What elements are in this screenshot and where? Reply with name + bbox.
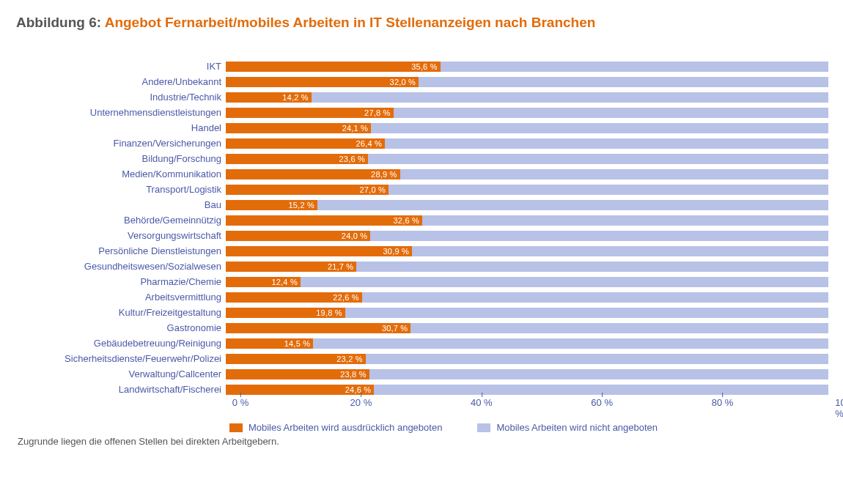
bar-row: Versorgungswirtschaft24,0 % — [59, 228, 828, 243]
category-label: Handel — [59, 123, 226, 133]
legend-item-not-offered: Mobiles Arbeiten wird nicht angeboten — [477, 422, 658, 433]
axis-tick: 80 % — [712, 397, 734, 408]
category-label: IKT — [59, 62, 226, 71]
bar-track: 24,0 % — [226, 231, 828, 241]
bar-row: Arbeitsvermittlung22,6 % — [59, 289, 828, 305]
bar-row: Verwaltung/Callcenter23,8 % — [59, 366, 828, 382]
bar-segment-offered: 24,0 % — [226, 231, 370, 241]
category-label: Bildung/Forschung — [59, 154, 226, 163]
bar-value-label: 27,8 % — [364, 108, 390, 117]
bar-track: 27,8 % — [226, 108, 828, 118]
bar-value-label: 26,4 % — [356, 139, 382, 148]
axis-tick: 40 % — [471, 397, 493, 408]
bar-track: 19,8 % — [226, 308, 828, 318]
category-label: Transport/Logistik — [59, 185, 226, 194]
bar-value-label: 23,8 % — [340, 370, 366, 379]
bar-track: 30,7 % — [226, 323, 828, 333]
bar-row: Kultur/Freizeitgestaltung19,8 % — [59, 305, 828, 320]
bar-value-label: 15,2 % — [288, 201, 314, 210]
bar-segment-offered: 27,0 % — [226, 185, 389, 195]
bar-track: 24,1 % — [226, 123, 828, 133]
bar-row: IKT35,6 % — [59, 59, 828, 74]
legend-item-offered: Mobiles Arbeiten wird ausdrücklich angeb… — [229, 422, 443, 433]
bar-segment-offered: 15,2 % — [226, 200, 317, 210]
category-label: Behörde/Gemeinnützig — [59, 215, 226, 225]
category-label: Industrie/Technik — [59, 92, 226, 102]
bar-row: Sicherheitsdienste/Feuerwehr/Polizei23,2… — [59, 351, 828, 366]
category-label: Arbeitsvermittlung — [59, 292, 226, 302]
bar-track: 15,2 % — [226, 200, 828, 210]
x-axis: 0 %20 %40 %60 %80 %100 % — [240, 397, 843, 418]
bar-value-label: 30,7 % — [382, 324, 408, 333]
bar-track: 22,6 % — [226, 292, 828, 303]
bar-track: 14,2 % — [226, 92, 828, 103]
axis-tick-label: 40 % — [471, 397, 493, 408]
category-label: Gesundheitswesen/Sozialwesen — [59, 262, 226, 271]
bar-row: Gebäudebetreuung/Reinigung14,5 % — [59, 336, 828, 351]
bar-segment-offered: 23,6 % — [226, 154, 368, 164]
axis-tick-label: 20 % — [350, 397, 372, 408]
bar-segment-offered: 30,7 % — [226, 323, 411, 333]
bar-value-label: 23,2 % — [336, 355, 362, 363]
bar-value-label: 23,6 % — [339, 155, 365, 163]
bar-segment-offered: 19,8 % — [226, 308, 345, 318]
axis-tick: 100 % — [835, 397, 843, 419]
bar-segment-offered: 14,2 % — [226, 92, 312, 103]
bar-row: Transport/Logistik27,0 % — [59, 182, 828, 197]
bar-track: 32,6 % — [226, 215, 828, 226]
bar-segment-offered: 24,1 % — [226, 123, 371, 133]
bar-row: Industrie/Technik14,2 % — [59, 89, 828, 105]
bar-row: Handel24,1 % — [59, 120, 828, 136]
bar-segment-offered: 21,7 % — [226, 262, 356, 272]
bar-value-label: 24,1 % — [342, 124, 368, 133]
axis-tick-label: 0 % — [232, 397, 249, 408]
axis-tick: 0 % — [232, 397, 249, 408]
bar-row: Medien/Kommunikation28,9 % — [59, 166, 828, 182]
bar-value-label: 28,9 % — [371, 170, 397, 179]
legend-label-offered: Mobiles Arbeiten wird ausdrücklich angeb… — [249, 422, 443, 433]
category-label: Kultur/Freizeitgestaltung — [59, 308, 226, 317]
bar-segment-offered: 27,8 % — [226, 108, 394, 118]
bar-segment-offered: 23,8 % — [226, 369, 369, 379]
title-main: Angebot Fernarbeit/mobiles Arbeiten in I… — [105, 15, 596, 30]
bar-value-label: 32,6 % — [394, 216, 419, 225]
bar-value-label: 14,2 % — [282, 93, 308, 102]
bar-row: Gastronomie30,7 % — [59, 320, 828, 336]
bar-segment-offered: 14,5 % — [226, 338, 313, 349]
bar-value-label: 30,9 % — [383, 247, 409, 256]
bar-track: 26,4 % — [226, 138, 828, 149]
bar-track: 28,9 % — [226, 169, 828, 179]
bar-row: Landwirtschaft/Fischerei24,6 % — [59, 382, 828, 397]
bar-track: 14,5 % — [226, 338, 828, 349]
bar-segment-offered: 30,9 % — [226, 246, 412, 256]
bar-row: Andere/Unbekannt32,0 % — [59, 74, 828, 89]
bar-value-label: 14,5 % — [284, 339, 310, 348]
bar-chart: IKT35,6 %Andere/Unbekannt32,0 %Industrie… — [59, 59, 828, 418]
bar-track: 35,6 % — [226, 62, 828, 72]
bar-row: Behörde/Gemeinnützig32,6 % — [59, 212, 828, 228]
bar-track: 27,0 % — [226, 185, 828, 195]
category-label: Sicherheitsdienste/Feuerwehr/Polizei — [59, 354, 226, 363]
bar-value-label: 27,0 % — [359, 185, 385, 194]
bar-value-label: 24,0 % — [342, 231, 367, 240]
legend: Mobiles Arbeiten wird ausdrücklich angeb… — [59, 422, 828, 433]
bar-row: Unternehmensdienstleistungen27,8 % — [59, 105, 828, 120]
category-label: Bau — [59, 200, 226, 210]
bar-value-label: 12,4 % — [271, 278, 297, 286]
axis-tick-label: 80 % — [712, 397, 734, 408]
bar-value-label: 32,0 % — [390, 78, 416, 86]
bar-track: 30,9 % — [226, 246, 828, 256]
bar-track: 21,7 % — [226, 262, 828, 272]
bar-row: Bau15,2 % — [59, 197, 828, 212]
bar-segment-offered: 35,6 % — [226, 62, 441, 72]
category-label: Unternehmensdienstleistungen — [59, 108, 226, 117]
category-label: Verwaltung/Callcenter — [59, 369, 226, 379]
category-label: Pharmazie/Chemie — [59, 277, 226, 286]
axis-tick: 20 % — [350, 397, 372, 408]
bar-segment-offered: 26,4 % — [226, 138, 385, 149]
category-label: Andere/Unbekannt — [59, 77, 226, 86]
axis-tick-label: 60 % — [591, 397, 613, 408]
legend-label-not-offered: Mobiles Arbeiten wird nicht angeboten — [496, 422, 658, 433]
bar-value-label: 35,6 % — [411, 62, 437, 71]
bar-segment-offered: 24,6 % — [226, 385, 374, 395]
